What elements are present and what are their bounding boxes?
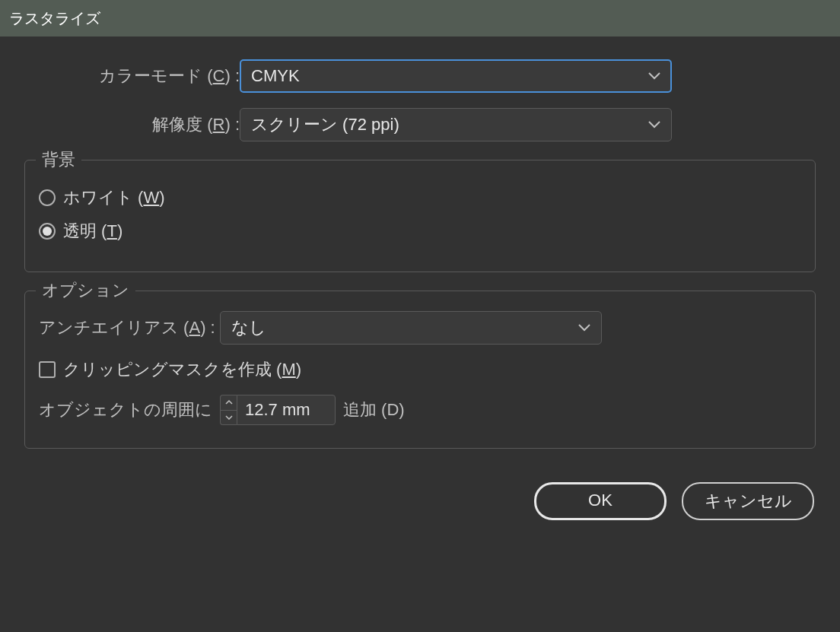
antialias-select[interactable]: なし <box>220 311 602 345</box>
add-around-spinner <box>220 395 336 425</box>
dialog-content: カラーモード (C) : CMYK 解像度 (R) : スクリーン (72 pp… <box>0 37 840 535</box>
resolution-select[interactable]: スクリーン (72 ppi) <box>240 108 672 141</box>
color-mode-row: カラーモード (C) : CMYK <box>23 59 817 93</box>
radio-icon-selected <box>39 223 56 240</box>
dialog-title: ラスタライズ <box>9 8 100 29</box>
add-around-row: オブジェクトの周囲に 追加 (D) <box>39 395 801 425</box>
dialog-titlebar: ラスタライズ <box>0 0 840 37</box>
background-legend: 背景 <box>36 148 81 171</box>
spinner-down-button[interactable] <box>221 411 237 425</box>
options-legend: オプション <box>36 279 135 302</box>
chevron-down-icon <box>578 321 590 335</box>
clipmask-label: クリッピングマスクを作成 (M) <box>63 358 301 381</box>
background-transparent-label: 透明 (T) <box>63 220 123 243</box>
add-around-pre-label: オブジェクトの周囲に <box>39 399 212 421</box>
radio-icon <box>39 189 56 206</box>
add-around-post-label: 追加 (D) <box>343 399 405 421</box>
checkbox-icon <box>39 361 56 378</box>
background-white-radio[interactable]: ホワイト (W) <box>39 186 801 209</box>
background-transparent-radio[interactable]: 透明 (T) <box>39 220 801 243</box>
resolution-value: スクリーン (72 ppi) <box>251 113 399 136</box>
antialias-row: アンチエイリアス (A) : なし <box>39 311 801 345</box>
chevron-down-icon <box>648 69 660 83</box>
ok-button[interactable]: OK <box>534 482 667 520</box>
color-mode-select[interactable]: CMYK <box>240 59 672 93</box>
dialog-button-row: OK キャンセル <box>23 467 817 520</box>
cancel-button[interactable]: キャンセル <box>682 482 814 520</box>
spinner-up-button[interactable] <box>221 395 237 411</box>
resolution-row: 解像度 (R) : スクリーン (72 ppi) <box>23 108 817 141</box>
add-around-input[interactable] <box>237 395 336 425</box>
spinner-buttons <box>220 395 237 425</box>
chevron-down-icon <box>648 118 660 132</box>
clipmask-checkbox[interactable]: クリッピングマスクを作成 (M) <box>39 358 801 381</box>
resolution-label: 解像度 (R) : <box>23 113 240 136</box>
antialias-value: なし <box>231 316 266 339</box>
options-fieldset: オプション アンチエイリアス (A) : なし クリッピングマスクを作成 (M)… <box>24 291 816 449</box>
background-white-label: ホワイト (W) <box>63 186 165 209</box>
color-mode-label: カラーモード (C) : <box>23 65 240 87</box>
color-mode-value: CMYK <box>251 66 300 86</box>
background-fieldset: 背景 ホワイト (W) 透明 (T) <box>24 160 816 272</box>
antialias-label: アンチエイリアス (A) : <box>39 316 215 339</box>
